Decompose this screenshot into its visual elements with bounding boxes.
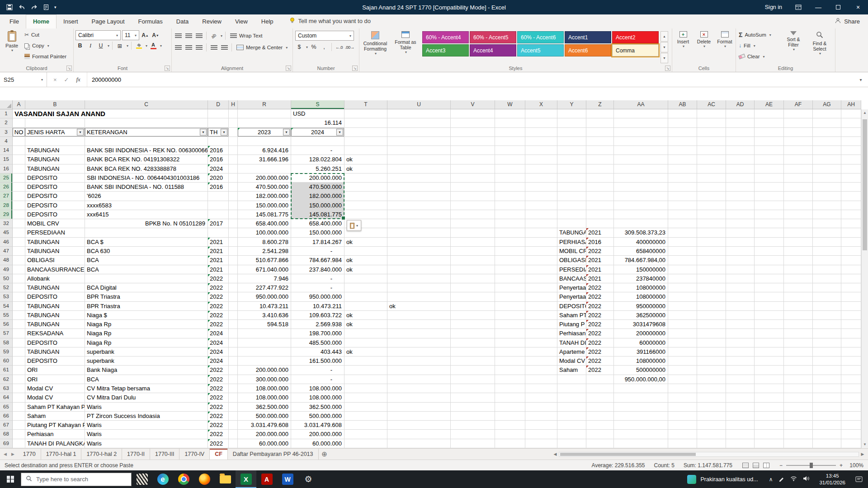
- cell-Z4[interactable]: [586, 137, 614, 146]
- cell-R14[interactable]: 6.924.416: [238, 146, 291, 155]
- cell-AF15[interactable]: [784, 155, 813, 164]
- cell-T62[interactable]: [344, 375, 387, 384]
- cell-Z16[interactable]: [586, 164, 614, 174]
- cell-H62[interactable]: [229, 375, 238, 384]
- share-button[interactable]: Share: [835, 18, 860, 28]
- cell-AA16[interactable]: [614, 164, 668, 174]
- row-header-4[interactable]: 4: [0, 137, 13, 146]
- cell-AB32[interactable]: [668, 219, 697, 228]
- cell-B4[interactable]: [25, 137, 85, 146]
- cell-T54[interactable]: [344, 302, 387, 311]
- wifi-icon[interactable]: [790, 476, 797, 483]
- cell-AG4[interactable]: [813, 137, 841, 146]
- cell-Z59[interactable]: 2022: [586, 347, 614, 357]
- cell-V26[interactable]: [451, 183, 495, 192]
- cell-A48[interactable]: [13, 256, 25, 265]
- cell-AG50[interactable]: [813, 274, 841, 283]
- cell-H57[interactable]: [229, 329, 238, 338]
- cell-D4[interactable]: [208, 137, 229, 146]
- cell-W66[interactable]: [495, 412, 525, 421]
- cell-AG65[interactable]: [813, 403, 841, 412]
- ribbon-tab-insert[interactable]: Insert: [57, 15, 85, 28]
- cell-T46[interactable]: ok: [344, 238, 387, 247]
- cell-AD50[interactable]: [726, 274, 755, 283]
- cell-AB65[interactable]: [668, 403, 697, 412]
- cell-R1[interactable]: [238, 109, 291, 118]
- ribbon-tab-home[interactable]: Home: [26, 14, 57, 28]
- cell-AB26[interactable]: [668, 183, 697, 192]
- row-header-1[interactable]: 1: [0, 109, 13, 118]
- top-align-icon[interactable]: [174, 31, 183, 40]
- column-header-C[interactable]: C: [85, 100, 208, 109]
- cell-AE32[interactable]: [755, 219, 784, 228]
- cell-W57[interactable]: [495, 329, 525, 338]
- cell-S61[interactable]: -: [291, 366, 344, 375]
- cell-AD28[interactable]: [726, 201, 755, 210]
- cell-AD52[interactable]: [726, 283, 755, 292]
- cell-AG3[interactable]: [813, 128, 841, 137]
- cell-AF69[interactable]: [784, 439, 813, 448]
- cell-H4[interactable]: [229, 137, 238, 146]
- cell-D56[interactable]: 2022: [208, 320, 229, 329]
- cell-AF64[interactable]: [784, 393, 813, 402]
- cell-T56[interactable]: ok: [344, 320, 387, 329]
- cell-AF14[interactable]: [784, 146, 813, 155]
- cell-U15[interactable]: [387, 155, 451, 164]
- cell-AF25[interactable]: [784, 174, 813, 183]
- cell-X49[interactable]: [525, 265, 557, 274]
- cell-S27[interactable]: 182.000.000: [291, 192, 344, 201]
- cell-Z46[interactable]: 2016: [586, 238, 614, 247]
- cell-Y68[interactable]: [557, 430, 586, 439]
- cell-S69[interactable]: 60.000.000: [291, 439, 344, 448]
- cell-T50[interactable]: [344, 274, 387, 283]
- cell-AA52[interactable]: 108000000: [614, 283, 668, 292]
- cell-AE68[interactable]: [755, 430, 784, 439]
- cell-AD48[interactable]: [726, 256, 755, 265]
- delete-cells-button[interactable]: ×Delete▾: [694, 29, 714, 65]
- cell-U2[interactable]: [387, 118, 451, 127]
- cell-B16[interactable]: TABUNGAN: [25, 164, 85, 174]
- cell-S3[interactable]: 2024▼: [291, 128, 344, 137]
- cell-AB15[interactable]: [668, 155, 697, 164]
- cell-AH49[interactable]: [841, 265, 861, 274]
- cell-W64[interactable]: [495, 393, 525, 402]
- cell-AH47[interactable]: [841, 247, 861, 256]
- row-header-63[interactable]: 63: [0, 384, 13, 393]
- cell-R45[interactable]: 100.000.000: [238, 228, 291, 237]
- cell-T52[interactable]: [344, 283, 387, 292]
- cell-U60[interactable]: [387, 357, 451, 366]
- cell-S25[interactable]: 200.000.000: [291, 174, 344, 183]
- cell-U64[interactable]: [387, 393, 451, 402]
- cell-AB52[interactable]: [668, 283, 697, 292]
- cell-S66[interactable]: 500.000.000: [291, 412, 344, 421]
- hidden-icons-chevron-icon[interactable]: ∧: [769, 476, 773, 483]
- cell-V58[interactable]: [451, 338, 495, 347]
- cell-R68[interactable]: 200.000.000: [238, 430, 291, 439]
- cell-T59[interactable]: ok: [344, 347, 387, 357]
- cell-X4[interactable]: [525, 137, 557, 146]
- cell-AD57[interactable]: [726, 329, 755, 338]
- cell-AE46[interactable]: [755, 238, 784, 247]
- cell-A59[interactable]: [13, 347, 25, 357]
- cell-S14[interactable]: -: [291, 146, 344, 155]
- cell-AE66[interactable]: [755, 412, 784, 421]
- cell-X16[interactable]: [525, 164, 557, 174]
- cell-W69[interactable]: [495, 439, 525, 448]
- cell-X32[interactable]: [525, 219, 557, 228]
- taskbar-app-settings[interactable]: ⚙: [298, 470, 319, 488]
- cell-Y63[interactable]: [557, 384, 586, 393]
- cell-AC61[interactable]: [697, 366, 726, 375]
- cell-AD65[interactable]: [726, 403, 755, 412]
- cell-AG46[interactable]: [813, 238, 841, 247]
- row-header-55[interactable]: 55: [0, 311, 13, 320]
- cell-S65[interactable]: 362.500.000: [291, 403, 344, 412]
- cell-R69[interactable]: 60.000.000: [238, 439, 291, 448]
- cell-X47[interactable]: [525, 247, 557, 256]
- cell-R16[interactable]: [238, 164, 291, 174]
- cell-D53[interactable]: 2022: [208, 292, 229, 301]
- cell-AB25[interactable]: [668, 174, 697, 183]
- cell-H69[interactable]: [229, 439, 238, 448]
- cell-Y47[interactable]: MOBIL CR: [557, 247, 586, 256]
- cell-AE26[interactable]: [755, 183, 784, 192]
- cell-W45[interactable]: [495, 228, 525, 237]
